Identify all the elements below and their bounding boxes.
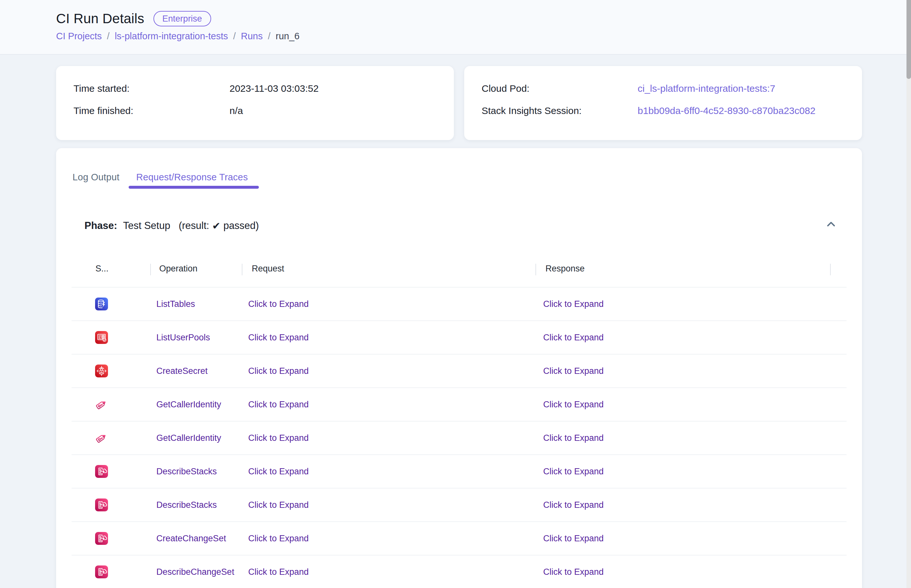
stack-insights-session-link[interactable]: b1bb09da-6ff0-4c52-8930-c870ba23c082 [638, 105, 815, 117]
trace-row: GetCallerIdentity Click to Expand Click … [71, 388, 846, 422]
sts-icon [95, 398, 108, 411]
run-links-card: Cloud Pod: ci_ls-platform-integration-te… [464, 66, 862, 140]
trace-row: CreateSecret Click to Expand Click to Ex… [71, 355, 846, 388]
page-title: CI Run Details [56, 11, 144, 26]
cloudformation-icon [95, 499, 108, 511]
operation-link[interactable]: CreateChangeSet [156, 522, 226, 555]
time-started-value: 2023-11-03 03:03:52 [230, 82, 318, 95]
request-expand-link[interactable]: Click to Expand [248, 556, 309, 588]
request-expand-link[interactable]: Click to Expand [248, 488, 309, 521]
tabs: Log OutputRequest/Response Traces [64, 168, 256, 186]
request-expand-link[interactable]: Click to Expand [248, 288, 309, 320]
response-expand-link[interactable]: Click to Expand [543, 321, 604, 354]
dynamodb-icon [95, 297, 108, 310]
cloudformation-icon [95, 565, 108, 578]
request-expand-link[interactable]: Click to Expand [248, 321, 309, 354]
phase-result-suffix: passed) [224, 220, 259, 231]
run-times-card: Time started: 2023-11-03 03:03:52 Time f… [56, 66, 454, 140]
enterprise-badge: Enterprise [154, 11, 211, 26]
breadcrumb-item-ci-projects[interactable]: CI Projects [56, 31, 102, 42]
trace-table-body: ListTables Click to Expand Click to Expa… [71, 287, 846, 588]
trace-row: ListUserPools Click to Expand Click to E… [71, 321, 846, 355]
column-divider [535, 264, 536, 275]
column-header-response: Response [545, 263, 585, 274]
check-icon: ✔ [212, 220, 220, 232]
chevron-up-icon [825, 218, 837, 231]
request-expand-link[interactable]: Click to Expand [248, 422, 309, 454]
sts-icon [95, 431, 108, 444]
operation-link[interactable]: ListUserPools [156, 321, 210, 354]
column-header-request: Request [252, 263, 284, 274]
time-finished-value: n/a [230, 105, 243, 117]
stack-insights-session-label: Stack Insights Session: [481, 105, 638, 117]
operation-link[interactable]: DescribeStacks [156, 488, 217, 521]
time-started-label: Time started: [73, 82, 230, 95]
collapse-phase-button[interactable] [823, 216, 840, 233]
response-expand-link[interactable]: Click to Expand [543, 388, 604, 421]
trace-row: DescribeStacks Click to Expand Click to … [71, 455, 846, 488]
column-divider [830, 264, 831, 275]
tab-log-output[interactable]: Log Output [64, 168, 128, 186]
response-expand-link[interactable]: Click to Expand [543, 522, 604, 555]
breadcrumb-item-ls-platform-integration-tests[interactable]: ls-platform-integration-tests [115, 31, 228, 42]
phase-name: Test Setup [123, 220, 170, 231]
time-finished-label: Time finished: [73, 105, 230, 117]
active-tab-indicator [129, 186, 259, 189]
secretsmanager-icon [95, 365, 108, 377]
scrollbar-thumb[interactable] [906, 0, 911, 79]
response-expand-link[interactable]: Click to Expand [543, 422, 604, 454]
response-expand-link[interactable]: Click to Expand [543, 488, 604, 521]
breadcrumb-separator: / [233, 31, 236, 42]
response-expand-link[interactable]: Click to Expand [543, 455, 604, 488]
column-header-operation: Operation [159, 263, 198, 274]
scrollbar[interactable] [906, 0, 911, 588]
phase-result-prefix: (result: [178, 220, 209, 231]
traces-card: Log OutputRequest/Response Traces Phase:… [56, 148, 862, 588]
response-expand-link[interactable]: Click to Expand [543, 288, 604, 320]
breadcrumb-separator: / [107, 31, 110, 42]
page-header: CI Run Details Enterprise CI Projects/ls… [0, 0, 906, 55]
request-expand-link[interactable]: Click to Expand [248, 355, 309, 388]
request-expand-link[interactable]: Click to Expand [248, 455, 309, 488]
trace-row: DescribeStacks Click to Expand Click to … [71, 488, 846, 522]
response-expand-link[interactable]: Click to Expand [543, 355, 604, 388]
cloud-pod-label: Cloud Pod: [481, 82, 638, 95]
cloudformation-icon [95, 465, 108, 478]
breadcrumb-separator: / [268, 31, 271, 42]
phase-label: Phase: [84, 220, 117, 231]
column-divider [150, 264, 151, 275]
operation-link[interactable]: DescribeChangeSet [156, 556, 234, 588]
trace-row: DescribeChangeSet Click to Expand Click … [71, 556, 846, 588]
trace-row: CreateChangeSet Click to Expand Click to… [71, 522, 846, 556]
request-expand-link[interactable]: Click to Expand [248, 388, 309, 421]
operation-link[interactable]: ListTables [156, 288, 195, 320]
cloud-pod-link[interactable]: ci_ls-platform-integration-tests:7 [638, 82, 775, 95]
phase-header: Phase: Test Setup (result: ✔ passed) [84, 219, 259, 233]
request-expand-link[interactable]: Click to Expand [248, 522, 309, 555]
cloudformation-icon [95, 532, 108, 545]
operation-link[interactable]: DescribeStacks [156, 455, 217, 488]
breadcrumb-item-runs[interactable]: Runs [241, 31, 263, 42]
tab-request-response-traces[interactable]: Request/Response Traces [128, 168, 256, 186]
breadcrumb-item-run-6: run_6 [276, 31, 300, 42]
operation-link[interactable]: GetCallerIdentity [156, 388, 221, 421]
operation-link[interactable]: GetCallerIdentity [156, 422, 221, 454]
trace-row: ListTables Click to Expand Click to Expa… [71, 288, 846, 321]
breadcrumb: CI Projects/ls-platform-integration-test… [56, 31, 300, 42]
response-expand-link[interactable]: Click to Expand [543, 556, 604, 588]
trace-row: GetCallerIdentity Click to Expand Click … [71, 422, 846, 455]
column-divider [242, 264, 242, 275]
operation-link[interactable]: CreateSecret [156, 355, 207, 388]
cognito-icon [95, 331, 108, 344]
column-header-service: S... [96, 263, 109, 274]
